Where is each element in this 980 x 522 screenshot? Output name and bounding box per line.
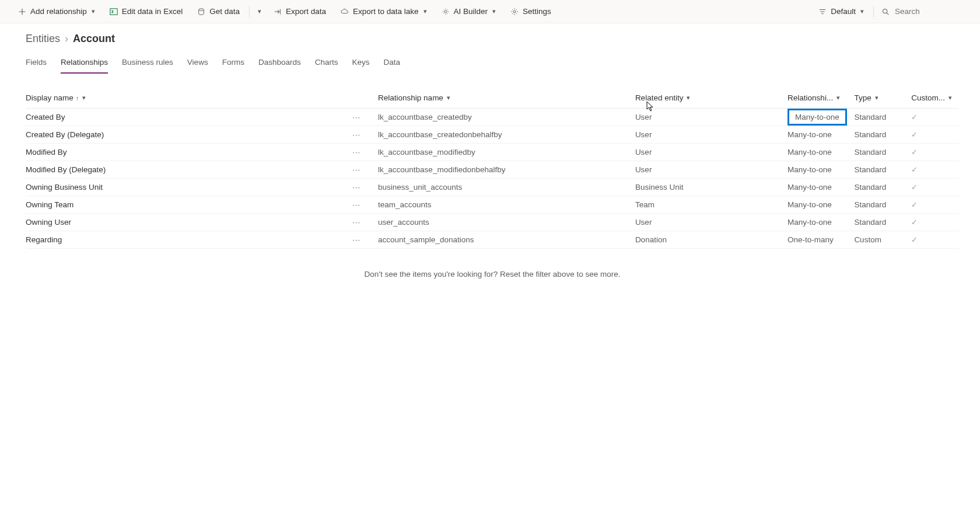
check-icon: ✓ <box>911 183 918 192</box>
chevron-down-icon: ▾ <box>687 94 690 102</box>
tab-relationships[interactable]: Relationships <box>61 55 108 74</box>
view-selector-button[interactable]: Default ▾ <box>812 2 870 21</box>
table-row[interactable]: Modified By (Delegate)···lk_accountbase_… <box>26 161 959 178</box>
breadcrumb-current: Account <box>73 33 115 45</box>
cell-display-name[interactable]: Owning Business Unit <box>26 178 349 196</box>
cell-relationship-name: lk_accountbase_createdby <box>378 108 635 126</box>
cell-display-name[interactable]: Owning Team <box>26 196 349 213</box>
tab-forms[interactable]: Forms <box>222 55 244 74</box>
plus-icon <box>18 7 27 16</box>
chevron-down-icon: ▾ <box>447 94 450 102</box>
ai-builder-label: AI Builder <box>454 7 488 16</box>
row-actions: ··· <box>349 213 378 231</box>
filter-hint-message: Don't see the items you're looking for? … <box>26 249 959 300</box>
table-row[interactable]: Created By (Delegate)···lk_accountbase_c… <box>26 126 959 143</box>
cell-relationship-name: lk_accountbase_modifiedby <box>378 143 635 161</box>
edit-excel-label: Edit data in Excel <box>122 7 183 16</box>
tab-charts[interactable]: Charts <box>315 55 338 74</box>
cell-display-name[interactable]: Created By (Delegate) <box>26 126 349 143</box>
settings-button[interactable]: Settings <box>504 2 557 21</box>
column-customizable-label: Custom... <box>911 93 945 102</box>
column-related-entity[interactable]: Related entity ▾ <box>635 88 788 108</box>
column-relationship-name-label: Relationship name <box>378 93 443 102</box>
cell-related-entity: User <box>635 161 788 178</box>
table-row[interactable]: Owning User···user_accountsUserMany-to-o… <box>26 213 959 231</box>
export-lake-button[interactable]: Export to data lake ▾ <box>334 2 433 21</box>
get-data-dropdown[interactable]: ▾ <box>253 2 265 21</box>
cell-display-name[interactable]: Created By <box>26 108 349 126</box>
chevron-down-icon: ▾ <box>860 8 864 15</box>
breadcrumb-separator-icon: › <box>65 33 68 45</box>
tab-dashboards[interactable]: Dashboards <box>258 55 301 74</box>
cell-type: Custom <box>854 231 911 248</box>
edit-excel-button[interactable]: Edit data in Excel <box>103 2 188 21</box>
export-icon <box>273 7 282 16</box>
excel-icon <box>109 7 118 16</box>
search-box[interactable] <box>877 7 968 16</box>
get-data-label: Get data <box>209 7 240 16</box>
more-actions-button[interactable]: ··· <box>349 130 363 139</box>
search-input[interactable] <box>895 7 965 16</box>
breadcrumb-entities[interactable]: Entities <box>26 33 60 45</box>
column-display-name-label: Display name <box>26 93 74 102</box>
cell-display-name[interactable]: Modified By <box>26 143 349 161</box>
cell-related-entity: Donation <box>635 231 788 248</box>
check-icon: ✓ <box>911 130 918 139</box>
column-actions <box>349 88 378 108</box>
more-actions-button[interactable]: ··· <box>349 235 363 244</box>
table-row[interactable]: Owning Team···team_accountsTeamMany-to-o… <box>26 196 959 213</box>
column-customizable[interactable]: Custom... ▾ <box>911 88 959 108</box>
tab-fields[interactable]: Fields <box>26 55 47 74</box>
tab-data[interactable]: Data <box>383 55 400 74</box>
check-icon: ✓ <box>911 218 918 227</box>
tabs: FieldsRelationshipsBusiness rulesViewsFo… <box>26 55 959 74</box>
get-data-button[interactable]: Get data <box>191 2 246 21</box>
more-actions-button[interactable]: ··· <box>349 183 363 192</box>
more-actions-button[interactable]: ··· <box>349 200 363 209</box>
table-row[interactable]: Regarding···account_sample_donationsDona… <box>26 231 959 248</box>
column-relationship-name[interactable]: Relationship name ▾ <box>378 88 635 108</box>
ai-icon <box>441 7 450 16</box>
check-icon: ✓ <box>911 235 918 244</box>
ai-builder-button[interactable]: AI Builder ▾ <box>435 2 502 21</box>
row-actions: ··· <box>349 143 378 161</box>
svg-point-3 <box>513 11 516 13</box>
cell-type: Standard <box>854 196 911 213</box>
more-actions-button[interactable]: ··· <box>349 165 363 174</box>
separator <box>873 6 874 18</box>
cell-type: Standard <box>854 178 911 196</box>
column-display-name[interactable]: Display name ↑ ▾ <box>26 88 349 108</box>
chevron-down-icon: ▾ <box>875 94 878 102</box>
table-row[interactable]: Modified By···lk_accountbase_modifiedbyU… <box>26 143 959 161</box>
cell-display-name[interactable]: Owning User <box>26 213 349 231</box>
row-actions: ··· <box>349 161 378 178</box>
column-relationship-type[interactable]: Relationshi... ▾ <box>788 88 854 108</box>
check-icon: ✓ <box>911 113 918 121</box>
export-data-button[interactable]: Export data <box>267 2 332 21</box>
table-row[interactable]: Owning Business Unit···business_unit_acc… <box>26 178 959 196</box>
settings-label: Settings <box>523 7 551 16</box>
cell-display-name[interactable]: Modified By (Delegate) <box>26 161 349 178</box>
highlight-box: Many-to-one <box>788 109 847 126</box>
filter-icon <box>818 7 827 16</box>
cell-display-name[interactable]: Regarding <box>26 231 349 248</box>
column-relationship-type-label: Relationshi... <box>788 93 833 102</box>
check-icon: ✓ <box>911 165 918 174</box>
more-actions-button[interactable]: ··· <box>349 218 363 227</box>
gear-icon <box>510 7 519 16</box>
page-header: Entities › Account FieldsRelationshipsBu… <box>0 23 980 74</box>
tab-business-rules[interactable]: Business rules <box>122 55 173 74</box>
cell-related-entity: User <box>635 143 788 161</box>
column-type[interactable]: Type ▾ <box>854 88 911 108</box>
cell-related-entity: User <box>635 126 788 143</box>
tab-views[interactable]: Views <box>187 55 208 74</box>
table-row[interactable]: Created By···lk_accountbase_createdbyUse… <box>26 108 959 126</box>
export-data-label: Export data <box>286 7 326 16</box>
cell-customizable: ✓ <box>911 161 959 178</box>
relationships-table-wrap: Display name ↑ ▾ Relationship name ▾ Rel… <box>0 74 980 300</box>
tab-keys[interactable]: Keys <box>352 55 369 74</box>
more-actions-button[interactable]: ··· <box>349 148 363 156</box>
add-relationship-button[interactable]: Add relationship ▾ <box>12 2 101 21</box>
more-actions-button[interactable]: ··· <box>349 113 363 121</box>
cell-relationship-type: Many-to-one <box>788 213 854 231</box>
